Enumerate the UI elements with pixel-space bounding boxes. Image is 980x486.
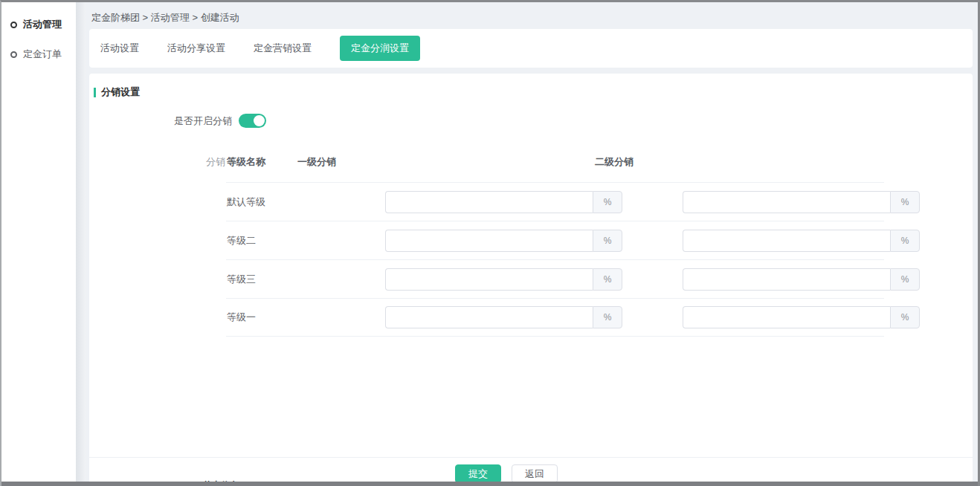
table-row: 等级二 % % (226, 221, 884, 259)
back-button[interactable]: 返回 (512, 464, 558, 483)
level2-rate-input[interactable] (683, 230, 890, 252)
tab-activity-settings[interactable]: 活动设置 (100, 42, 139, 55)
level1-rate-input[interactable] (385, 191, 593, 213)
level1-rate-input[interactable] (385, 268, 593, 291)
group-label: 分销 (206, 155, 225, 169)
percent-suffix: % (593, 230, 622, 252)
level2-rate-group: % (683, 191, 920, 213)
sidebar-item-label: 活动管理 (23, 18, 62, 31)
circle-icon (10, 51, 17, 58)
enable-distribution-toggle[interactable] (239, 114, 266, 128)
sidebar-item-label: 定金订单 (23, 48, 62, 61)
vertical-scrollbar[interactable] (76, 2, 86, 482)
sidebar-item-deposit-orders[interactable]: 定金订单 (1, 39, 76, 69)
level2-rate-group: % (683, 306, 920, 328)
content-area: 定金阶梯团 > 活动管理 > 创建活动 活动设置 活动分享设置 定金营销设置 定… (86, 2, 978, 482)
distribution-table-header: 分销 等级名称 一级分销 二级分销 (89, 155, 973, 170)
level2-rate-group: % (683, 230, 920, 252)
level1-rate-input[interactable] (385, 306, 593, 328)
footer-divider (89, 457, 973, 458)
percent-suffix: % (593, 268, 622, 291)
percent-suffix: % (890, 268, 920, 291)
level1-rate-group: % (385, 230, 622, 252)
level-name: 默认等级 (227, 195, 265, 209)
percent-suffix: % (593, 306, 622, 328)
toggle-knob (254, 115, 265, 126)
table-row: 等级三 % % (226, 259, 884, 298)
level2-rate-input[interactable] (683, 268, 890, 291)
percent-suffix: % (890, 191, 920, 213)
level1-rate-group: % (385, 306, 622, 328)
enable-distribution-row: 是否开启分销 (89, 114, 266, 128)
breadcrumb: 定金阶梯团 > 活动管理 > 创建活动 (91, 11, 239, 25)
distribution-settings-panel: 分销设置 是否开启分销 分销 等级名称 一级分销 二级分销 默认等级 (89, 74, 973, 482)
section-title: 分销设置 (101, 85, 140, 99)
level1-rate-group: % (385, 268, 622, 291)
percent-suffix: % (593, 191, 622, 213)
toggle-label: 是否开启分销 (89, 114, 232, 128)
tab-bar: 活动设置 活动分享设置 定金营销设置 定金分润设置 (89, 29, 973, 68)
level-name: 等级一 (227, 311, 256, 324)
section-accent-bar (94, 88, 96, 97)
column-header-level1: 一级分销 (297, 155, 336, 169)
column-header-level-name: 等级名称 (227, 155, 265, 169)
level2-rate-group: % (683, 268, 920, 291)
level-name: 等级三 (227, 273, 256, 286)
level-name: 等级二 (227, 234, 256, 247)
level1-rate-input[interactable] (385, 230, 593, 252)
submit-button[interactable]: 提交 (455, 464, 501, 483)
app-window: 活动管理 定金订单 定金阶梯团 > 活动管理 > 创建活动 活动设置 活动分享设… (0, 0, 980, 486)
tab-deposit-marketing-settings[interactable]: 定金营销设置 (254, 42, 312, 55)
tab-activity-share-settings[interactable]: 活动分享设置 (167, 42, 225, 55)
distribution-table: 默认等级 % % 等级二 % (226, 182, 884, 337)
level2-rate-input[interactable] (683, 306, 890, 328)
section-header: 分销设置 (94, 85, 140, 99)
circle-icon (10, 22, 17, 28)
percent-suffix: % (890, 230, 920, 252)
level2-rate-input[interactable] (683, 191, 890, 213)
level1-rate-group: % (385, 191, 622, 213)
column-header-level2: 二级分销 (595, 155, 634, 169)
tab-deposit-profit-settings[interactable]: 定金分润设置 (340, 36, 420, 61)
sidebar-item-activity-management[interactable]: 活动管理 (1, 10, 76, 39)
sidebar: 活动管理 定金订单 (1, 2, 76, 482)
table-row: 默认等级 % % (226, 182, 884, 221)
table-row: 等级一 % % (226, 298, 884, 337)
horizontal-scrollbar[interactable] (1, 482, 978, 486)
percent-suffix: % (890, 306, 920, 328)
